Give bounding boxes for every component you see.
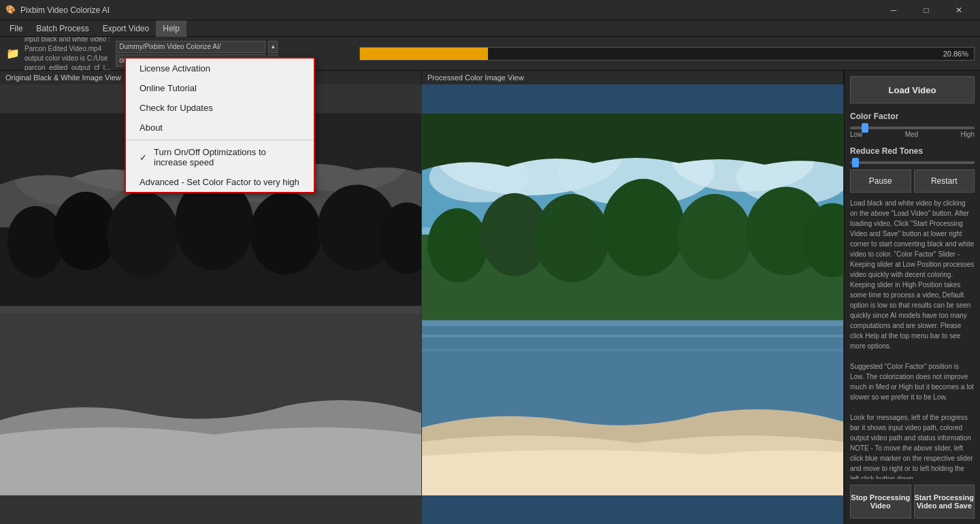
svg-point-25 (427, 208, 487, 282)
menu-check-for-updates[interactable]: Check for Updates (126, 98, 314, 118)
progress-bar-fill (360, 48, 488, 60)
svg-point-28 (602, 179, 685, 276)
svg-point-29 (678, 194, 752, 280)
app-icon: 🎨 (5, 5, 16, 16)
color-factor-slider-labels: Low Med High (850, 131, 975, 138)
svg-point-27 (535, 194, 609, 282)
slider-low-label: Low (850, 131, 862, 138)
sidebar-info-text: Load black and white video by clicking o… (850, 198, 975, 479)
slider-high-label: High (960, 131, 975, 138)
window-controls: ─ □ ✕ (878, 0, 975, 20)
reduce-red-slider[interactable] (850, 161, 975, 164)
color-factor-slider[interactable] (850, 127, 975, 129)
svg-rect-34 (422, 335, 843, 338)
menu-license-activation[interactable]: License Activation (126, 59, 314, 78)
folder-icon: 📁 (5, 46, 20, 61)
close-button[interactable]: ✕ (943, 0, 975, 20)
slider-med-label: Med (905, 131, 918, 138)
menu-batch-process[interactable]: Batch Process (29, 20, 95, 37)
menu-bar: File Batch Process Export Video Help Lic… (0, 20, 980, 37)
color-factor-label: Color Factor (850, 112, 975, 121)
maximize-button[interactable]: □ (911, 0, 942, 20)
menu-export-video[interactable]: Export Video (96, 20, 157, 37)
svg-point-9 (107, 192, 178, 278)
load-video-button[interactable]: Load Video (850, 76, 975, 103)
menu-file[interactable]: File (3, 20, 29, 37)
right-sidebar: Load Video Color Factor Low Med High Red… (844, 71, 980, 524)
action-buttons: Pause Restart (850, 169, 975, 193)
start-processing-button[interactable]: Start Processing Video and Save (914, 485, 975, 519)
svg-rect-33 (422, 321, 843, 326)
help-dropdown: License Activation Online Tutorial Check… (125, 57, 315, 193)
stop-processing-button[interactable]: Stop Processing Video (850, 485, 911, 519)
menu-about[interactable]: About (126, 118, 314, 137)
info-bar-left: 📁 input black and white video : Parcon E… (5, 35, 110, 73)
window-title: Pixbim Video Colorize AI (20, 5, 110, 15)
input-file: Parcon Edited Video.mp4 (24, 44, 110, 54)
color-video-panel (422, 84, 844, 524)
output-label: output color video is C:/Use (24, 54, 110, 63)
progress-text: 20.86% (943, 50, 968, 58)
path-input-1[interactable] (116, 41, 265, 53)
svg-point-11 (250, 192, 321, 275)
color-video-svg (422, 84, 843, 524)
restart-button[interactable]: Restart (914, 169, 975, 193)
bottom-buttons: Stop Processing Video Start Processing V… (850, 485, 975, 519)
right-panel-label: Processed Color Image View (422, 71, 844, 84)
color-factor-slider-container: Low Med High (850, 127, 975, 138)
reduce-red-label: Reduce Red Tones (850, 146, 975, 156)
dropdown-separator (126, 140, 314, 140)
info-text-block: input black and white video : Parcon Edi… (24, 35, 110, 73)
minimize-button[interactable]: ─ (878, 0, 909, 20)
svg-rect-15 (0, 306, 421, 313)
title-bar: 🎨 Pixbim Video Colorize AI ─ □ ✕ (0, 0, 980, 20)
pause-button[interactable]: Pause (850, 169, 911, 193)
svg-rect-35 (422, 349, 843, 352)
path-row-1: ▲ (116, 41, 354, 53)
progress-section: 20.86% (359, 47, 975, 61)
title-bar-left: 🎨 Pixbim Video Colorize AI (5, 5, 110, 16)
menu-online-tutorial[interactable]: Online Tutorial (126, 78, 314, 98)
menu-help[interactable]: Help (156, 20, 186, 37)
menu-advanced-color-factor[interactable]: Advanced - Set Color Factor to very high (126, 172, 314, 192)
reduce-red-slider-container (850, 161, 975, 164)
path-scroll-up[interactable]: ▲ (268, 41, 278, 53)
progress-bar-container: 20.86% (359, 47, 975, 61)
menu-optimizations[interactable]: Turn On/Off Optimizations to increase sp… (126, 142, 314, 172)
